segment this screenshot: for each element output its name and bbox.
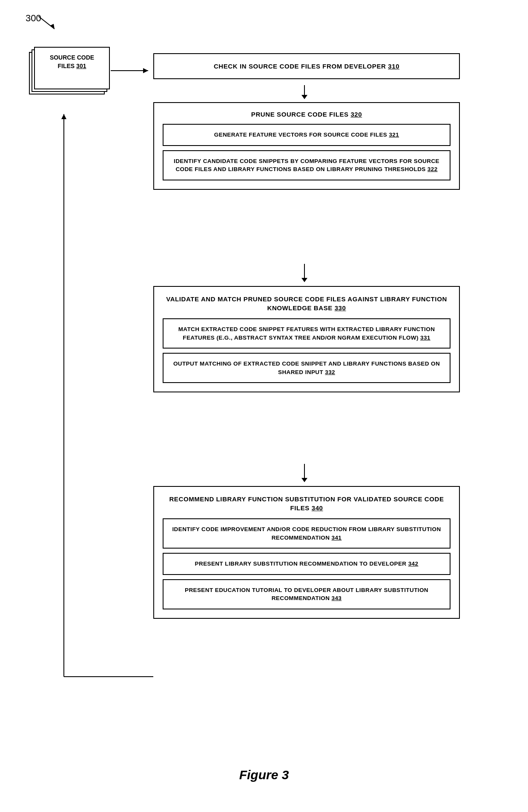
validate-title-text: VALIDATE AND MATCH PRUNED SOURCE CODE FI…: [166, 295, 447, 312]
svg-marker-3: [143, 68, 148, 73]
prune-inner2-text: IDENTIFY CANDIDATE CODE SNIPPETS BY COMP…: [174, 158, 439, 173]
svg-marker-6: [61, 114, 66, 119]
validate-inner2-ref: 332: [325, 369, 335, 375]
recommend-inner-3: PRESENT EDUCATION TUTORIAL TO DEVELOPER …: [163, 579, 451, 609]
diagram-arrow-300: [38, 16, 64, 33]
recommend-inner-1: IDENTIFY CODE IMPROVEMENT AND/OR CODE RE…: [163, 518, 451, 549]
figure-label: Figure 3: [0, 768, 528, 782]
recommend-title-text: RECOMMEND LIBRARY FUNCTION SUBSTITUTION …: [169, 495, 444, 512]
feedback-loop-svg: [26, 47, 155, 698]
validate-inner2-text: OUTPUT MATCHING OF EXTRACTED CODE SNIPPE…: [173, 360, 440, 375]
validate-inner-2: OUTPUT MATCHING OF EXTRACTED CODE SNIPPE…: [163, 353, 451, 383]
arrow-down-2: [304, 264, 305, 282]
validate-container: VALIDATE AND MATCH PRUNED SOURCE CODE FI…: [153, 286, 460, 392]
check-in-box: CHECK IN SOURCE CODE FILES FROM DEVELOPE…: [153, 53, 460, 79]
source-code-line2: FILES: [58, 63, 75, 69]
prune-inner1-text: GENERATE FEATURE VECTORS FOR SOURCE CODE…: [214, 132, 387, 138]
recommend-title: RECOMMEND LIBRARY FUNCTION SUBSTITUTION …: [163, 495, 451, 512]
validate-inner-1: MATCH EXTRACTED CODE SNIPPET FEATURES WI…: [163, 318, 451, 349]
prune-container: PRUNE SOURCE CODE FILES 320 GENERATE FEA…: [153, 102, 460, 190]
recommend-inner1-text: IDENTIFY CODE IMPROVEMENT AND/OR CODE RE…: [172, 526, 441, 541]
check-in-ref: 310: [388, 63, 399, 70]
check-in-text: CHECK IN SOURCE CODE FILES FROM DEVELOPE…: [214, 63, 386, 70]
recommend-title-ref: 340: [312, 504, 323, 512]
prune-inner-1: GENERATE FEATURE VECTORS FOR SOURCE CODE…: [163, 124, 451, 146]
prune-title: PRUNE SOURCE CODE FILES 320: [163, 111, 451, 118]
validate-title: VALIDATE AND MATCH PRUNED SOURCE CODE FI…: [163, 294, 451, 312]
diagram-container: 300 SOURCE CODE FILES 301 CHECK IN SOURC…: [0, 0, 528, 812]
source-code-box: SOURCE CODE FILES 301: [34, 47, 110, 89]
recommend-container: RECOMMEND LIBRARY FUNCTION SUBSTITUTION …: [153, 486, 460, 619]
source-code-line1: SOURCE CODE: [50, 54, 94, 61]
recommend-inner-2: PRESENT LIBRARY SUBSTITUTION RECOMMENDAT…: [163, 553, 451, 575]
prune-title-text: PRUNE SOURCE CODE FILES: [251, 111, 349, 118]
recommend-inner2-text: PRESENT LIBRARY SUBSTITUTION RECOMMENDAT…: [195, 560, 407, 567]
arrow-down-3: [304, 464, 305, 482]
recommend-inner1-ref: 341: [332, 535, 342, 541]
validate-inner1-text: MATCH EXTRACTED CODE SNIPPET FEATURES WI…: [178, 326, 435, 341]
svg-line-0: [38, 16, 55, 29]
validate-inner1-ref: 331: [420, 335, 430, 341]
source-code-ref: 301: [76, 63, 86, 69]
prune-inner1-ref: 321: [389, 132, 399, 138]
recommend-inner2-ref: 342: [408, 560, 419, 567]
prune-title-ref: 320: [350, 111, 362, 118]
prune-inner2-ref: 322: [428, 166, 438, 172]
arrow-down-1: [304, 85, 305, 99]
arrow-to-checkin: [111, 67, 153, 74]
recommend-inner3-text: PRESENT EDUCATION TUTORIAL TO DEVELOPER …: [185, 587, 428, 602]
validate-title-ref: 330: [335, 304, 346, 312]
prune-inner-2: IDENTIFY CANDIDATE CODE SNIPPETS BY COMP…: [163, 150, 451, 180]
recommend-inner3-ref: 343: [332, 595, 342, 601]
